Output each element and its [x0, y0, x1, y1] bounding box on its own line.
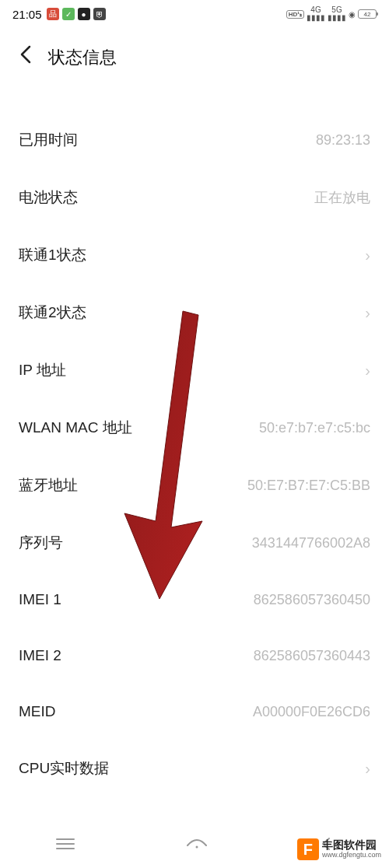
- clock-time: 21:05: [12, 8, 42, 21]
- nav-recent-button[interactable]: [55, 836, 75, 856]
- sim2-signal-icon: 5G▮▮▮▮: [328, 6, 346, 22]
- row-uptime[interactable]: 已用时间 89:23:13: [0, 111, 389, 169]
- row-label: 已用时间: [19, 130, 78, 150]
- chevron-right-icon: ›: [365, 760, 370, 778]
- status-indicators: HD¹₂ 4G▮▮▮▮ 5G▮▮▮▮ ◉ 42: [286, 6, 377, 22]
- watermark-url: www.dgfengtu.com: [322, 852, 381, 859]
- shield-icon: ⛨: [93, 8, 106, 20]
- nav-home-button[interactable]: [185, 836, 209, 856]
- row-value: 862586057360443: [254, 648, 370, 664]
- app-notif-icon: ✓: [62, 8, 75, 20]
- watermark: F 丰图软件园 www.dgfengtu.com: [297, 838, 381, 860]
- row-label: IMEI 1: [19, 591, 61, 608]
- row-label: 蓝牙地址: [19, 475, 78, 495]
- app-notif-icon: 品: [47, 8, 59, 20]
- watermark-text: 丰图软件园: [322, 839, 381, 851]
- wifi-icon: ◉: [349, 10, 356, 19]
- row-value: 50:e7:b7:e7:c5:bc: [259, 420, 370, 436]
- svg-point-0: [195, 846, 198, 849]
- page-header: 状态信息: [0, 28, 389, 80]
- back-button[interactable]: [19, 44, 33, 71]
- chevron-right-icon: ›: [365, 304, 370, 322]
- row-sim2-status[interactable]: 联通2状态 ›: [0, 284, 389, 341]
- row-cpu-data[interactable]: CPU实时数据 ›: [0, 740, 389, 797]
- battery-icon: 42: [358, 9, 377, 19]
- chevron-right-icon: ›: [365, 247, 370, 264]
- settings-list: 已用时间 89:23:13 电池状态 正在放电 联通1状态 › 联通2状态 › …: [0, 80, 389, 797]
- row-value: 3431447766002A8: [252, 535, 370, 551]
- row-value: 862586057360450: [254, 592, 370, 608]
- status-left: 21:05 品 ✓ ● ⛨: [12, 8, 106, 21]
- row-serial-number[interactable]: 序列号 3431447766002A8: [0, 514, 389, 572]
- row-imei2[interactable]: IMEI 2 862586057360443: [0, 628, 389, 684]
- row-label: 联通2状态: [19, 303, 86, 323]
- row-imei1[interactable]: IMEI 1 862586057360450: [0, 572, 389, 628]
- hd-indicator-icon: HD¹₂: [286, 10, 304, 19]
- row-battery-status[interactable]: 电池状态 正在放电: [0, 169, 389, 226]
- row-label: IMEI 2: [19, 647, 61, 664]
- row-sim1-status[interactable]: 联通1状态 ›: [0, 226, 389, 284]
- row-bluetooth-address[interactable]: 蓝牙地址 50:E7:B7:E7:C5:BB: [0, 457, 389, 514]
- page-title: 状态信息: [48, 46, 117, 69]
- row-label: CPU实时数据: [19, 758, 109, 779]
- chevron-right-icon: ›: [365, 362, 370, 380]
- row-label: WLAN MAC 地址: [19, 418, 132, 438]
- row-label: IP 地址: [19, 360, 66, 380]
- status-bar: 21:05 品 ✓ ● ⛨ HD¹₂ 4G▮▮▮▮ 5G▮▮▮▮ ◉ 42: [0, 0, 389, 28]
- chevron-left-icon: [19, 44, 33, 65]
- notification-icons: 品 ✓ ● ⛨: [47, 8, 106, 20]
- row-value: 正在放电: [314, 188, 370, 207]
- row-value: A00000F0E26CD6: [253, 704, 370, 720]
- row-label: 电池状态: [19, 187, 78, 208]
- sim1-signal-icon: 4G▮▮▮▮: [307, 6, 325, 22]
- row-wlan-mac[interactable]: WLAN MAC 地址 50:e7:b7:e7:c5:bc: [0, 399, 389, 457]
- row-label: 序列号: [19, 533, 63, 553]
- row-label: 联通1状态: [19, 245, 86, 265]
- watermark-logo-icon: F: [297, 838, 319, 860]
- row-label: MEID: [19, 703, 56, 720]
- row-meid[interactable]: MEID A00000F0E26CD6: [0, 684, 389, 740]
- row-value: 89:23:13: [316, 132, 370, 149]
- row-ip-address[interactable]: IP 地址 ›: [0, 341, 389, 399]
- chat-notif-icon: ●: [78, 8, 90, 20]
- row-value: 50:E7:B7:E7:C5:BB: [247, 478, 370, 494]
